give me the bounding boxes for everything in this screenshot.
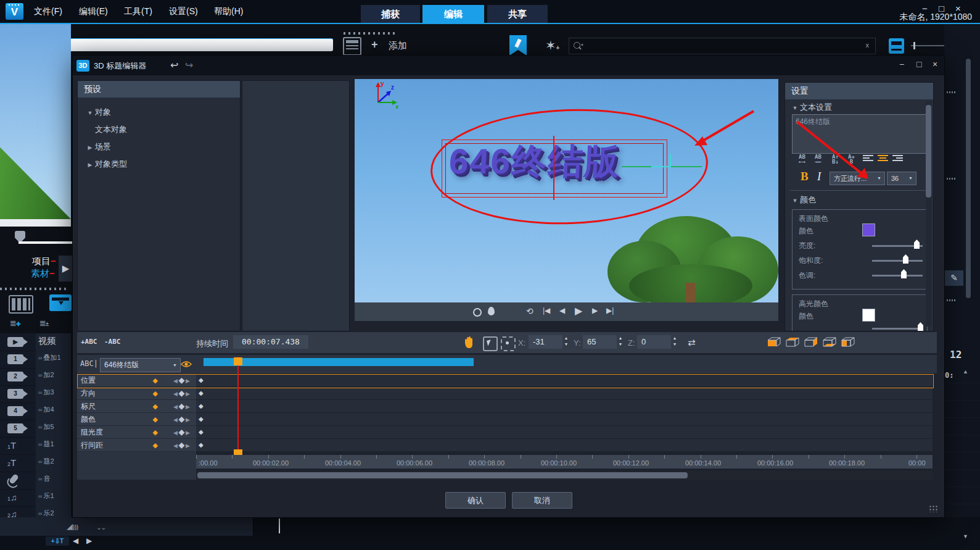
prev-frame-icon[interactable]: ◀ bbox=[559, 306, 565, 315]
y-value-field[interactable]: 65 bbox=[583, 335, 617, 349]
panel-splitter-handle[interactable] bbox=[0, 288, 69, 290]
redo-icon[interactable]: ↪ bbox=[185, 59, 193, 71]
splitter-handle[interactable] bbox=[947, 91, 955, 93]
italic-button[interactable]: I bbox=[817, 170, 821, 183]
tab-share[interactable]: 共享 bbox=[487, 5, 548, 23]
cube-bottom-face-icon[interactable] bbox=[822, 337, 837, 348]
cube-right-face-icon[interactable] bbox=[804, 337, 818, 348]
brightness-slider[interactable] bbox=[872, 245, 923, 247]
text-settings-section[interactable]: ▼文本设置 bbox=[790, 102, 832, 113]
library-icon[interactable] bbox=[343, 37, 361, 56]
play-icon[interactable]: ▶ bbox=[575, 305, 582, 317]
undo-icon[interactable]: ↩ bbox=[170, 59, 178, 71]
go-end-icon[interactable]: ▶| bbox=[606, 306, 614, 315]
scroll-up-icon[interactable]: ▲ bbox=[963, 369, 968, 375]
track-title2-icon[interactable]: 2T bbox=[0, 454, 36, 472]
timeline-scrollbar-thumb[interactable] bbox=[197, 472, 688, 478]
x-stepper[interactable]: ▲▼ bbox=[561, 335, 571, 349]
track-overlay5-icon[interactable]: 5 bbox=[0, 420, 36, 438]
lane-color[interactable]: ◆ bbox=[196, 413, 933, 426]
track-row-color[interactable]: 颜色 ◆ ◀◆▶ bbox=[77, 413, 196, 426]
dialog-maximize-button[interactable]: □ bbox=[916, 59, 921, 69]
font-size-select[interactable]: 36▼ bbox=[887, 172, 916, 185]
add-remove-track-icon[interactable]: ≣± bbox=[39, 319, 48, 328]
edit-pencil-icon[interactable]: ✎ bbox=[945, 270, 963, 286]
track-row-line-spacing[interactable]: 行间距 ◆ ◀◆▶ bbox=[77, 439, 196, 452]
highlight-brightness-slider[interactable] bbox=[872, 328, 923, 330]
track-row-direction[interactable]: 方向 ◆ ◀◆▶ bbox=[77, 387, 196, 400]
menu-edit[interactable]: 编辑(E) bbox=[79, 6, 108, 17]
bold-button[interactable]: B bbox=[801, 170, 809, 183]
cube-front-face-icon[interactable] bbox=[767, 337, 781, 348]
timeline-scrollbar[interactable] bbox=[196, 471, 933, 480]
align-right-icon[interactable] bbox=[892, 154, 903, 162]
preview-viewport[interactable]: y z x 646终结版 bbox=[355, 79, 778, 302]
storyboard-view-icon[interactable] bbox=[9, 295, 33, 314]
tab-edit[interactable]: 编辑 bbox=[422, 5, 484, 23]
loop-icon[interactable]: ⟲ bbox=[526, 306, 533, 316]
tracking-wide-icon[interactable]: AB←→ bbox=[799, 154, 805, 164]
track-row-position[interactable]: 位置 ◆ ◀◆▶ bbox=[77, 374, 196, 387]
tree-item-scene[interactable]: ▶场景 bbox=[78, 141, 247, 152]
track-title1-icon[interactable]: 1T bbox=[0, 437, 36, 455]
track-video-icon[interactable]: ▶ bbox=[0, 333, 36, 351]
favorite-star-icon[interactable]: ✶+ bbox=[545, 38, 559, 53]
playhead-top-marker[interactable] bbox=[234, 357, 242, 365]
search-clear-button[interactable]: x bbox=[866, 41, 870, 49]
select-tool-icon[interactable] bbox=[483, 336, 498, 351]
clip-duration-bar[interactable] bbox=[204, 358, 474, 366]
saturation-slider[interactable] bbox=[872, 260, 923, 262]
zoom-slider[interactable] bbox=[966, 59, 971, 298]
add-title-track-button[interactable]: +⇩T bbox=[46, 536, 69, 546]
confirm-button[interactable]: 确认 bbox=[445, 492, 506, 509]
menu-tools[interactable]: 工具(T) bbox=[124, 6, 152, 17]
player-preview-thumbnail[interactable] bbox=[0, 24, 71, 219]
timeline-ruler[interactable]: :00.00 00:00:02.00 00:00:04.00 00:00:06.… bbox=[196, 455, 933, 469]
scroll-down-icon[interactable]: ▼ bbox=[963, 533, 968, 540]
title-text-input[interactable]: 646终结版 bbox=[792, 114, 931, 154]
shading-sphere-icon[interactable] bbox=[488, 307, 495, 315]
lane-position[interactable]: ◆ bbox=[196, 374, 933, 387]
surface-color-swatch[interactable] bbox=[862, 223, 875, 236]
track-manager-icon[interactable]: ≣✚ bbox=[10, 319, 20, 328]
scroll-left-icon[interactable]: ◀ bbox=[73, 536, 78, 545]
lane-scale[interactable]: ◆ bbox=[196, 400, 933, 413]
track-overlay1-icon[interactable]: 1 bbox=[0, 351, 36, 369]
z-stepper[interactable]: ▲▼ bbox=[670, 335, 680, 349]
cube-left-face-icon[interactable] bbox=[841, 337, 855, 348]
track-row-opacity[interactable]: 阻光度 ◆ ◀◆▶ bbox=[77, 426, 196, 439]
menu-file[interactable]: 文件(F) bbox=[34, 6, 62, 17]
menu-settings[interactable]: 设置(S) bbox=[169, 6, 198, 17]
go-start-icon[interactable]: |◀ bbox=[543, 306, 550, 315]
leading-icon[interactable]: A+B bbox=[848, 154, 855, 164]
menu-help[interactable]: 帮助(H) bbox=[214, 6, 243, 17]
x-value-field[interactable]: -31 bbox=[529, 335, 562, 349]
resize-grip[interactable] bbox=[929, 505, 939, 512]
dialog-close-button[interactable]: × bbox=[933, 59, 937, 69]
swap-axes-icon[interactable]: ⇄ bbox=[688, 337, 696, 348]
track-overlay3-icon[interactable]: 3 bbox=[0, 385, 36, 403]
line-spacing-icon[interactable]: A↑B↓ bbox=[832, 154, 839, 164]
material-mode-label[interactable]: 素材− bbox=[31, 268, 55, 280]
y-stepper[interactable]: ▲▼ bbox=[616, 335, 625, 349]
collapse-chevrons-icon[interactable]: ⌄⌄ bbox=[96, 523, 105, 531]
settings-scrollbar[interactable] bbox=[926, 101, 931, 327]
project-mode-label[interactable]: 项目− bbox=[32, 256, 56, 267]
lane-direction[interactable]: ◆ bbox=[196, 387, 933, 400]
z-value-field[interactable]: 0 bbox=[637, 335, 671, 349]
display-mode-icon[interactable] bbox=[889, 38, 904, 54]
font-family-select[interactable]: 方正流行...▼ bbox=[830, 172, 885, 185]
bookmark-flag-icon[interactable] bbox=[509, 35, 527, 56]
dialog-minimize-button[interactable]: − bbox=[899, 59, 904, 69]
pan-hand-icon[interactable] bbox=[463, 336, 475, 349]
duration-value[interactable]: 00:00:07.438 bbox=[233, 335, 308, 349]
add-text-button[interactable]: +ABC bbox=[81, 338, 97, 346]
next-frame-icon[interactable]: ▶ bbox=[592, 306, 598, 315]
highlight-color-swatch[interactable] bbox=[862, 309, 875, 322]
play-button[interactable]: ▶ bbox=[59, 256, 73, 281]
tracking-narrow-icon[interactable]: AB→← bbox=[815, 154, 821, 164]
track-overlay2-icon[interactable]: 2 bbox=[0, 368, 36, 386]
dialog-title-bar[interactable]: 3D 3D 标题编辑器 ↩ ↪ − □ × bbox=[73, 56, 944, 75]
remove-text-button[interactable]: -ABC bbox=[104, 338, 121, 346]
presets-content-panel[interactable] bbox=[242, 80, 350, 331]
